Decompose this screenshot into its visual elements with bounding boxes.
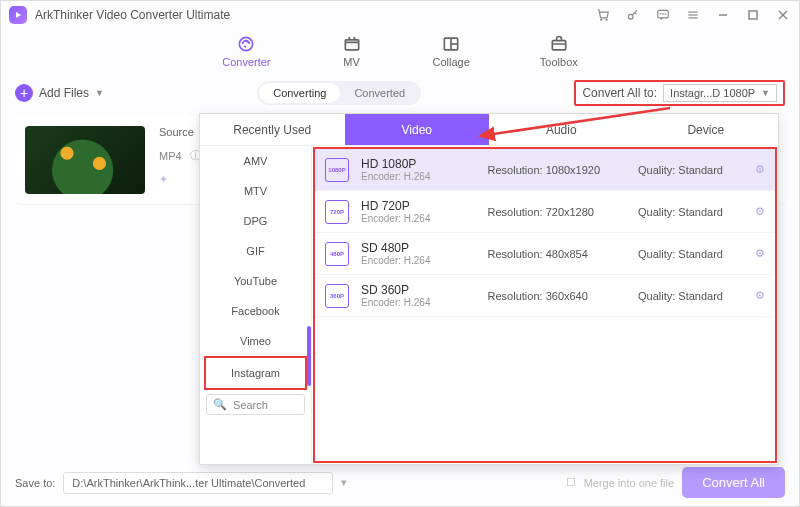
svg-point-15 — [240, 37, 253, 50]
format-quality: Quality: Standard — [638, 164, 743, 176]
gear-icon[interactable]: ⚙ — [755, 289, 765, 302]
category-youtube[interactable]: YouTube — [200, 266, 311, 296]
svg-marker-0 — [16, 12, 21, 18]
svg-rect-12 — [749, 11, 757, 19]
svg-point-7 — [665, 14, 666, 15]
save-path[interactable]: D:\ArkThinker\ArkThink...ter Ultimate\Co… — [63, 472, 333, 494]
format-list: 1080P HD 1080PEncoder: H.264 Resolution:… — [313, 147, 777, 463]
format-popup: Recently Used Video Audio Device AMV MTV… — [199, 113, 779, 465]
gear-icon[interactable]: ⚙ — [755, 163, 765, 176]
mv-icon — [341, 35, 363, 53]
tab-converted[interactable]: Converted — [340, 83, 419, 103]
format-quality: Quality: Standard — [638, 248, 743, 260]
convert-all-button[interactable]: Convert All — [682, 467, 785, 498]
add-files-label: Add Files — [39, 86, 89, 100]
category-facebook[interactable]: Facebook — [200, 296, 311, 326]
maximize-icon[interactable] — [745, 7, 761, 23]
wand-icon[interactable]: ✦ — [159, 173, 201, 186]
convert-all-to: Convert All to: Instagr...D 1080P ▼ — [574, 80, 785, 106]
format-name: HD 1080P — [361, 157, 476, 171]
nav-mv[interactable]: MV — [341, 35, 363, 68]
minimize-icon[interactable] — [715, 7, 731, 23]
format-encoder: Encoder: H.264 — [361, 297, 476, 308]
app-title: ArkThinker Video Converter Ultimate — [35, 8, 230, 22]
conversion-tabs: Converting Converted — [257, 81, 421, 105]
key-icon[interactable] — [625, 7, 641, 23]
nav-label: Toolbox — [540, 56, 578, 68]
app-logo-icon — [9, 6, 27, 24]
svg-rect-20 — [552, 41, 565, 50]
tab-converting[interactable]: Converting — [259, 83, 340, 103]
svg-point-5 — [660, 14, 661, 15]
feedback-icon[interactable] — [655, 7, 671, 23]
format-encoder: Encoder: H.264 — [361, 171, 476, 182]
search-placeholder: Search — [233, 399, 268, 411]
format-resolution: Resolution: 1080x1920 — [488, 164, 626, 176]
format-row[interactable]: 480P SD 480PEncoder: H.264 Resolution: 4… — [315, 233, 775, 275]
folder-icon[interactable]: ▾ — [341, 476, 347, 489]
category-amv[interactable]: AMV — [200, 146, 311, 176]
format-quality: Quality: Standard — [638, 206, 743, 218]
format-resolution: Resolution: 720x1280 — [488, 206, 626, 218]
svg-point-1 — [601, 19, 602, 20]
cart-icon[interactable] — [595, 7, 611, 23]
format-row[interactable]: 360P SD 360PEncoder: H.264 Resolution: 3… — [315, 275, 775, 317]
category-list[interactable]: AMV MTV DPG GIF YouTube Facebook Vimeo I… — [200, 146, 312, 464]
nav-label: MV — [343, 56, 360, 68]
convert-all-value: Instagr...D 1080P — [670, 87, 755, 99]
save-to-label: Save to: — [15, 477, 55, 489]
chevron-down-icon: ▼ — [95, 88, 104, 98]
gear-icon[interactable]: ⚙ — [755, 247, 765, 260]
collage-icon — [440, 35, 462, 53]
close-icon[interactable] — [775, 7, 791, 23]
converter-icon — [235, 35, 257, 53]
format-name: HD 720P — [361, 199, 476, 213]
format-name: SD 360P — [361, 283, 476, 297]
merge-label: Merge into one file — [584, 477, 675, 489]
add-files-button[interactable]: + Add Files ▼ — [15, 84, 104, 102]
format-encoder: Encoder: H.264 — [361, 255, 476, 266]
format-row[interactable]: 720P HD 720PEncoder: H.264 Resolution: 7… — [315, 191, 775, 233]
file-format: MP4 — [159, 150, 182, 162]
tab-device[interactable]: Device — [634, 114, 779, 145]
category-vimeo[interactable]: Vimeo — [200, 326, 311, 356]
category-instagram[interactable]: Instagram — [204, 356, 307, 390]
format-icon: 720P — [325, 200, 349, 224]
nav-label: Converter — [222, 56, 270, 68]
format-name: SD 480P — [361, 241, 476, 255]
bottom-bar: Save to: D:\ArkThinker\ArkThink...ter Ul… — [1, 467, 799, 498]
video-thumbnail[interactable] — [25, 126, 145, 194]
format-row[interactable]: 1080P HD 1080PEncoder: H.264 Resolution:… — [315, 149, 775, 191]
convert-all-dropdown[interactable]: Instagr...D 1080P ▼ — [663, 84, 777, 102]
category-mtv[interactable]: MTV — [200, 176, 311, 206]
svg-rect-16 — [345, 40, 358, 50]
format-resolution: Resolution: 360x640 — [488, 290, 626, 302]
search-input[interactable]: 🔍 Search — [206, 394, 305, 415]
nav-collage[interactable]: Collage — [433, 35, 470, 68]
toolbar: + Add Files ▼ Converting Converted Conve… — [1, 76, 799, 112]
popup-tabs: Recently Used Video Audio Device — [200, 114, 778, 146]
nav-converter[interactable]: Converter — [222, 35, 270, 68]
format-resolution: Resolution: 480x854 — [488, 248, 626, 260]
scrollbar-thumb[interactable] — [307, 326, 311, 386]
format-encoder: Encoder: H.264 — [361, 213, 476, 224]
format-icon: 360P — [325, 284, 349, 308]
gear-icon[interactable]: ⚙ — [755, 205, 765, 218]
source-label: Source — [159, 126, 201, 138]
menu-icon[interactable] — [685, 7, 701, 23]
tab-recently-used[interactable]: Recently Used — [200, 114, 345, 145]
app-window: ArkThinker Video Converter Ultimate Conv… — [0, 0, 800, 507]
main-nav: Converter MV Collage Toolbox — [1, 29, 799, 76]
toolbox-icon — [548, 35, 570, 53]
tab-audio[interactable]: Audio — [489, 114, 634, 145]
tab-video[interactable]: Video — [345, 114, 490, 145]
chevron-down-icon: ▼ — [761, 88, 770, 98]
plus-icon: + — [15, 84, 33, 102]
nav-toolbox[interactable]: Toolbox — [540, 35, 578, 68]
format-icon: 1080P — [325, 158, 349, 182]
nav-label: Collage — [433, 56, 470, 68]
merge-checkbox[interactable]: ☐ — [566, 476, 576, 489]
category-dpg[interactable]: DPG — [200, 206, 311, 236]
svg-point-3 — [628, 14, 633, 19]
category-gif[interactable]: GIF — [200, 236, 311, 266]
